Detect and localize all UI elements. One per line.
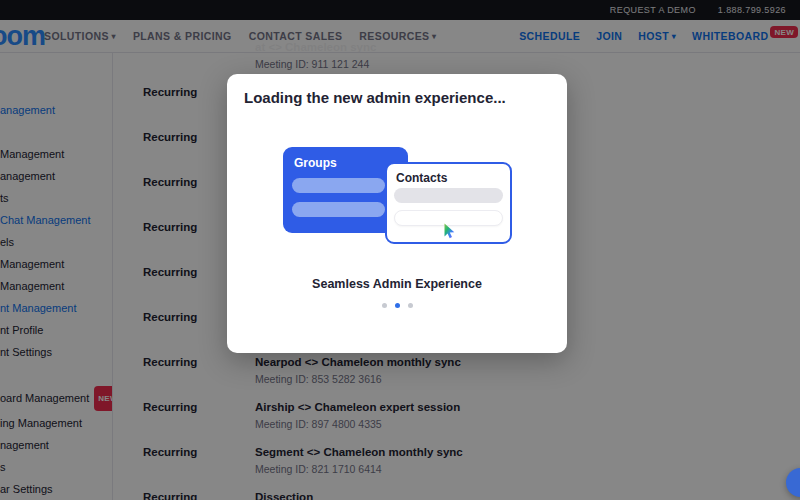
screen: at <> Chameleon syncMeeting ID: 911 121 …: [0, 0, 800, 500]
rainbow-cursor-icon: [443, 223, 456, 239]
groups-row-placeholder: [292, 202, 385, 217]
carousel-dot[interactable]: [382, 303, 387, 308]
modal-caption: Seamless Admin Experience: [227, 277, 567, 291]
groups-row-placeholder: [292, 178, 385, 193]
loading-modal: Loading the new admin experience... Grou…: [227, 74, 567, 353]
carousel-dot[interactable]: [408, 303, 413, 308]
carousel-dots: [227, 303, 567, 308]
carousel-dot[interactable]: [395, 303, 400, 308]
contacts-card-label: Contacts: [396, 171, 447, 185]
admin-illustration: Groups Contacts: [227, 74, 567, 353]
contacts-row-placeholder: [394, 188, 503, 203]
groups-card-label: Groups: [294, 156, 337, 170]
